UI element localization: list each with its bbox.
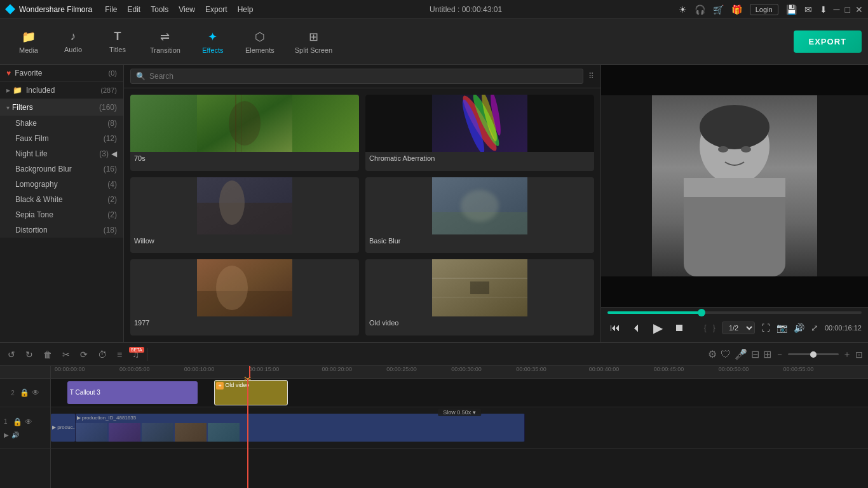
timecode: 00:00:16:12 — [825, 324, 862, 332]
sepia-tone-count: (2) — [107, 210, 117, 219]
gift-icon[interactable]: 🎁 — [731, 4, 742, 15]
menu-tools[interactable]: Tools — [151, 5, 168, 14]
headphone-icon[interactable]: 🎧 — [695, 4, 705, 15]
frame-back-button[interactable]: ⏴ — [629, 320, 644, 336]
effect-card-basic-blur[interactable]: Basic Blur — [365, 177, 594, 254]
menu-edit[interactable]: Edit — [128, 5, 141, 14]
search-box[interactable]: 🔍 — [130, 69, 583, 84]
cut-button[interactable]: ✂ — [60, 347, 72, 362]
filter-night-life[interactable]: Night Life (3) ◀ — [0, 146, 123, 161]
clip-production[interactable]: ▶ production_ID_4881635 — [76, 414, 525, 442]
thumb-svg-willow — [130, 177, 359, 234]
clip-old-video[interactable]: + Old video — [214, 380, 288, 405]
sun-icon[interactable]: ☀ — [679, 4, 687, 15]
zoom-slider[interactable] — [788, 353, 839, 355]
toolbar-titles[interactable]: T Titles — [95, 25, 140, 58]
close-button[interactable]: ✕ — [855, 4, 863, 15]
progress-handle[interactable] — [698, 309, 705, 316]
filter-background-blur[interactable]: Background Blur (16) — [0, 161, 123, 177]
timer-button[interactable]: ⏱ — [95, 347, 109, 362]
volume-icon[interactable]: 🔊 — [794, 323, 804, 333]
stop-button[interactable]: ⏹ — [672, 320, 687, 336]
filter-distortion[interactable]: Distortion (18) — [0, 222, 123, 238]
effect-thumb-1977 — [130, 259, 359, 316]
search-input[interactable] — [149, 72, 578, 81]
app-logo: Wondershare Filmora — [5, 4, 92, 15]
distortion-label: Distortion — [15, 226, 104, 234]
effect-plus-icon: + — [216, 382, 224, 390]
undo-button[interactable]: ↺ — [5, 347, 18, 362]
menu-file[interactable]: File — [105, 5, 117, 14]
effect-card-chromatic[interactable]: Chromatic Aberration — [365, 95, 594, 171]
cart-icon[interactable]: 🛒 — [713, 4, 724, 15]
split-icon[interactable]: ⊟ — [751, 348, 759, 360]
minimize-button[interactable]: ─ — [834, 4, 840, 15]
track-2-eye[interactable]: 👁 — [32, 388, 39, 397]
clip-callout[interactable]: T Callout 3 — [67, 381, 198, 403]
menu-export[interactable]: Export — [205, 5, 227, 14]
mail-icon[interactable]: ✉ — [804, 4, 812, 15]
login-button[interactable]: Login — [750, 4, 778, 15]
download-icon[interactable]: ⬇ — [820, 4, 827, 15]
toolbar-transition[interactable]: ⇌ Transition — [140, 25, 191, 59]
export-button[interactable]: EXPORT — [794, 30, 862, 53]
toolbar-effects[interactable]: ✦ Effects — [191, 25, 235, 59]
included-section[interactable]: ▸ 📁 Included (287) — [0, 82, 123, 99]
filters-header[interactable]: ▾ Filters (160) — [0, 99, 123, 116]
play-button[interactable]: ▶ — [651, 318, 665, 338]
track-1-number: 1 — [4, 418, 8, 425]
grid-view-button[interactable]: ⠿ — [588, 72, 594, 81]
loop-icon[interactable]: ⊞ — [763, 348, 771, 360]
ruler-mark-45: 00:00:45:00 — [654, 366, 684, 372]
toolbar-media[interactable]: 📁 Media — [6, 25, 51, 59]
clip-producer[interactable]: ▶ produc.. — [51, 414, 76, 442]
toolbar-split-screen[interactable]: ⊞ Split Screen — [285, 25, 342, 59]
track-1-eye[interactable]: 👁 — [25, 417, 32, 426]
skip-back-button[interactable]: ⏮ — [607, 320, 623, 336]
quality-select[interactable]: 1/2 Full 1/4 — [722, 322, 755, 334]
menu-help[interactable]: Help — [238, 5, 254, 14]
favorite-section[interactable]: ♥ Favorite (0) — [0, 65, 123, 82]
camera-icon[interactable]: 📷 — [776, 323, 787, 333]
playback-right: { } 1/2 Full 1/4 ⛶ 📷 🔊 ⤢ 00:00:16:12 — [704, 322, 862, 334]
fullscreen-icon[interactable]: ⛶ — [761, 323, 770, 333]
menu-view[interactable]: View — [179, 5, 195, 14]
vid-thumb-1 — [76, 423, 107, 442]
effect-card-70s[interactable]: 70s — [130, 95, 359, 171]
transition-icon: ⇌ — [160, 30, 170, 44]
delete-button[interactable]: 🗑 — [41, 347, 55, 362]
audio-button[interactable]: ♫ — [130, 347, 142, 362]
effects-grid: 70s — [124, 88, 600, 342]
main-area: ♥ Favorite (0) ▸ 📁 Included (287) ▾ Filt… — [0, 65, 868, 342]
expand-icon[interactable]: ⤢ — [811, 323, 818, 333]
shield-icon[interactable]: 🛡 — [721, 349, 731, 360]
zoom-out-icon[interactable]: － — [775, 349, 784, 360]
save-icon[interactable]: 💾 — [786, 4, 797, 15]
effect-card-1977[interactable]: 1977 — [130, 259, 359, 336]
maximize-button[interactable]: □ — [845, 4, 850, 15]
progress-bar[interactable] — [607, 311, 862, 314]
zoom-in-icon[interactable]: ＋ — [843, 349, 851, 360]
folder-icon: 📁 — [13, 86, 22, 95]
filter-shake[interactable]: Shake (8) — [0, 116, 123, 131]
black-white-count: (2) — [107, 195, 117, 204]
timeline-fit-icon[interactable]: ⊡ — [855, 349, 863, 360]
audio-icon: ♪ — [71, 30, 76, 43]
filter-faux-film[interactable]: Faux Film (12) — [0, 131, 123, 146]
effect-card-old-video[interactable]: Old video — [365, 259, 594, 336]
track-2-lock[interactable]: 🔒 — [20, 388, 29, 397]
favorite-count: (0) — [109, 69, 117, 77]
track-1-lock[interactable]: 🔒 — [13, 417, 22, 426]
adjust-button[interactable]: ≡ — [114, 347, 125, 362]
svg-point-12 — [219, 180, 245, 225]
toolbar-audio[interactable]: ♪ Audio — [51, 25, 95, 58]
mic-icon[interactable]: 🎤 — [735, 348, 747, 360]
filter-black-white[interactable]: Black & White (2) — [0, 192, 123, 207]
redo-button[interactable]: ↻ — [23, 347, 36, 362]
snap-icon[interactable]: ⚙ — [708, 348, 717, 360]
filter-lomography[interactable]: Lomography (4) — [0, 177, 123, 192]
effect-card-willow[interactable]: Willow — [130, 177, 359, 254]
filter-sepia-tone[interactable]: Sepia Tone (2) — [0, 207, 123, 222]
crop-button[interactable]: ⟳ — [78, 347, 90, 362]
toolbar-elements[interactable]: ⬡ Elements — [235, 25, 285, 59]
